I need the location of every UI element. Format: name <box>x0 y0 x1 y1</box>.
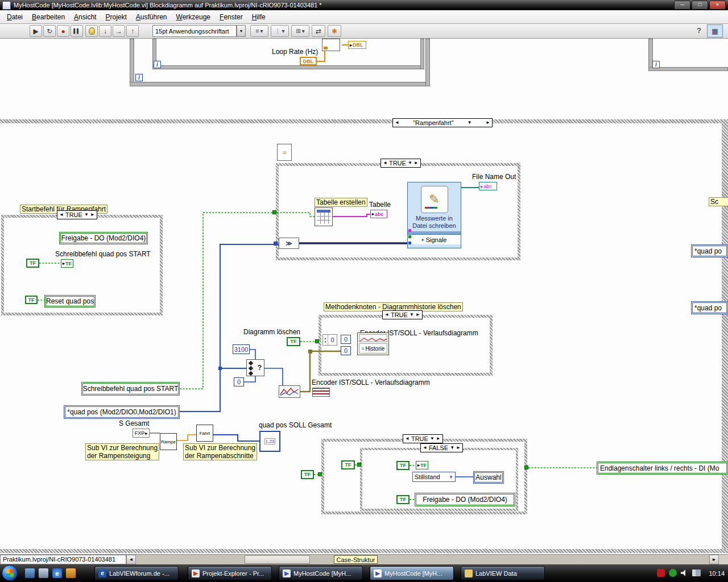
main-case-bottom-border[interactable] <box>0 549 728 553</box>
main-case-selector[interactable]: ◄ "Rampenfahrt" ▼ ► <box>392 118 493 127</box>
schreibbefehl-quad-pos-node[interactable]: Schreibbefehl quad pos START <box>81 382 180 396</box>
iteration-terminal[interactable]: i <box>154 61 161 68</box>
tf-boolean-constant[interactable]: TF <box>396 495 410 504</box>
numeric-constant-0[interactable]: 0 <box>234 377 244 386</box>
resize-objects-dropdown[interactable]: ⊞▾ <box>291 25 309 37</box>
merge-signals-node[interactable]: ≫ <box>279 238 299 249</box>
context-help-button[interactable]: ▦ <box>707 24 723 38</box>
case-next-icon[interactable]: ► <box>486 120 490 125</box>
taskbar-button-project-explorer[interactable]: ▶ Projekt-Explorer - Pr... <box>188 566 272 580</box>
case-dropdown-icon[interactable]: ▼ <box>450 446 454 450</box>
block-diagram[interactable]: i i i Loop Rate (Hz) DBL ▸DBL ◄ "Rampenf… <box>0 39 728 554</box>
quad-pos-soll-indicator[interactable]: 1.23 <box>259 431 280 452</box>
tray-update-icon[interactable] <box>669 569 677 577</box>
fxp-control-terminal[interactable]: FXP▸ <box>133 429 150 438</box>
scroll-left-button[interactable]: ◄ <box>126 555 136 564</box>
expression-node[interactable] <box>322 39 340 51</box>
boolean-tunnel[interactable] <box>315 339 319 343</box>
file-name-out-indicator[interactable]: ▸abc <box>479 182 497 190</box>
freigabe-do-node[interactable]: Freigabe - DO (Mod2/DIO4) <box>415 493 515 506</box>
iteration-terminal[interactable]: i <box>135 74 143 81</box>
menu-fenster[interactable]: Fenster <box>215 11 247 23</box>
quad-pos-io-node-clipped[interactable]: *quad po <box>691 244 728 257</box>
history-property-node[interactable]: ≡Historie <box>357 332 389 355</box>
horizontal-scrollbar-thumb[interactable] <box>245 555 310 564</box>
minimize-button[interactable]: ─ <box>674 1 690 10</box>
menu-datei[interactable]: Datei <box>2 11 27 23</box>
taskbar-button-browser[interactable]: e LabVIEWforum.de -... <box>94 566 179 580</box>
tabelle-string-indicator[interactable]: ▸abc <box>370 210 387 218</box>
history-case-selector[interactable]: ◄ TRUE ▼ ► <box>382 310 423 319</box>
numeric-constant-3100[interactable]: 3100 <box>233 344 250 354</box>
loop-rate-dbl-terminal[interactable]: DBL <box>300 57 317 65</box>
reorder-button[interactable]: ⇄ <box>312 25 325 37</box>
reset-quad-pos-node[interactable]: Reset quad pos <box>44 295 96 307</box>
history-case-structure[interactable] <box>318 315 493 376</box>
quad-pos-io-node[interactable]: *quad pos (Mod2/DIO0,Mod2/DIO1) <box>64 405 180 419</box>
case-dropdown-icon[interactable]: ▼ <box>84 213 89 217</box>
chart-indicator-icon[interactable] <box>312 388 330 397</box>
tf-indicator-terminal[interactable]: ▸TF <box>61 259 73 268</box>
scroll-right-button[interactable]: ► <box>709 555 719 564</box>
case-next-icon[interactable]: ► <box>90 213 95 217</box>
freigabe-do-node[interactable]: Freigabe - DO (Mod2/DIO4) <box>59 232 148 244</box>
select-function[interactable]: ? <box>246 359 264 376</box>
start-button[interactable] <box>2 565 18 581</box>
main-case-top-border[interactable] <box>0 119 728 123</box>
case-prev-icon[interactable]: ◄ <box>383 161 387 165</box>
menu-ansicht[interactable]: Ansicht <box>69 11 101 23</box>
bottom-case-selector-label[interactable]: TRUE <box>411 435 428 442</box>
dbl-indicator-terminal[interactable]: ▸DBL <box>348 41 366 49</box>
historie-property[interactable]: ≡Historie <box>359 343 387 354</box>
encoder-chart-terminal[interactable] <box>279 385 300 398</box>
cleanup-diagram-button[interactable]: ✱ <box>328 25 341 37</box>
history-case-selector-label[interactable]: TRUE <box>391 311 408 318</box>
quicklaunch-media-icon[interactable] <box>66 568 76 578</box>
target-tab[interactable]: Praktikum.lvproj/NI-cRIO9073-01403481 <box>0 555 126 564</box>
tf-boolean-constant[interactable]: TF <box>26 259 39 268</box>
start-case-selector-label[interactable]: TRUE <box>65 211 82 218</box>
file-case-selector-label[interactable]: TRUE <box>389 160 406 167</box>
numeric-constant-spinner[interactable]: ▴▾ 0 <box>322 334 337 346</box>
tf-control-terminal[interactable]: TF <box>301 470 314 479</box>
menu-projekt[interactable]: Projekt <box>101 11 131 23</box>
tf-boolean-constant[interactable]: TF <box>25 296 38 304</box>
express-vi-write-measurement-file[interactable]: ✎ Messwerte in Datei schreiben ▸ Signale <box>407 182 461 248</box>
run-button[interactable]: ▶ <box>30 25 42 37</box>
menu-hilfe[interactable]: Hilfe <box>247 11 270 23</box>
menu-werkzeuge[interactable]: Werkzeuge <box>172 11 215 23</box>
volume-icon[interactable] <box>681 569 688 576</box>
tf-control-terminal[interactable]: TF <box>287 337 300 346</box>
tray-app-icon[interactable] <box>657 569 665 577</box>
menu-bearbeiten[interactable]: Bearbeiten <box>27 11 69 23</box>
case-prev-icon[interactable]: ◄ <box>423 446 427 450</box>
case-prev-icon[interactable]: ◄ <box>59 213 64 217</box>
quicklaunch-switch-windows-icon[interactable] <box>39 568 48 578</box>
horizontal-scrollbar-track[interactable] <box>136 555 709 564</box>
taskbar-button-myhostcode-1[interactable]: ▶ MyHostCode [MyH... <box>279 566 363 580</box>
express-vi-signale-port[interactable]: ▸ Signale <box>408 234 461 244</box>
case-dropdown-icon[interactable]: ▼ <box>408 161 412 165</box>
case-next-icon[interactable]: ► <box>456 446 461 450</box>
step-out-button[interactable]: ↑ <box>126 25 139 37</box>
false-case-selector-label[interactable]: FALSE <box>429 444 448 451</box>
case-prev-icon[interactable]: ◄ <box>395 120 399 125</box>
case-next-icon[interactable]: ► <box>414 161 419 165</box>
step-into-button[interactable]: ↓ <box>99 25 111 37</box>
enum-dropdown-icon[interactable]: ▼ <box>449 475 453 480</box>
taskbar-clock[interactable]: 10:14 <box>709 564 725 582</box>
start-case-selector[interactable]: ◄ TRUE ▼ ► <box>57 210 97 219</box>
false-case-selector[interactable]: ◄ FALSE ▼ ► <box>420 443 463 452</box>
quad-pos-io-node-clipped[interactable]: *quad po <box>691 301 728 314</box>
fahrt-subvi[interactable]: Fahrt <box>196 425 213 442</box>
main-case-right-border[interactable] <box>722 123 728 549</box>
boolean-tunnel[interactable] <box>272 210 276 214</box>
case-next-icon[interactable]: ► <box>416 313 420 317</box>
auswahl-node[interactable]: Auswahl <box>473 471 504 484</box>
main-case-selector-label[interactable]: "Rampenfahrt" <box>413 119 453 126</box>
pause-button[interactable]: ▌▌ <box>71 25 83 37</box>
taskbar-button-myhostcode-2-active[interactable]: ▶ MyHostCode [MyH... <box>370 566 454 580</box>
distribute-objects-dropdown[interactable]: ⋮▾ <box>271 25 289 37</box>
case-dropdown-icon[interactable]: ▼ <box>430 436 435 441</box>
font-selector-dropdown[interactable]: ▾ <box>237 25 246 37</box>
